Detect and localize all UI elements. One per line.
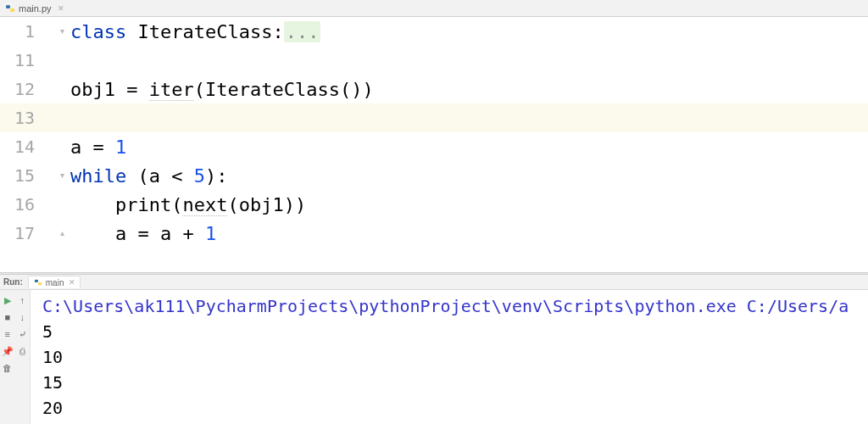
run-console[interactable]: C:\Users\ak111\PycharmProjects\pythonPro… xyxy=(31,290,868,424)
fold-collapse-icon[interactable]: ▴ xyxy=(60,229,64,237)
code-line[interactable]: 16 print(next(obj1)) xyxy=(0,190,868,219)
trash-icon[interactable]: 🗑 xyxy=(1,361,14,375)
line-number: 1 xyxy=(0,21,47,42)
layout-icon[interactable]: ≡ xyxy=(1,327,14,341)
code-line[interactable]: 13 xyxy=(0,103,868,132)
console-output-line: 15 xyxy=(42,370,861,395)
svg-rect-1 xyxy=(10,8,14,12)
down-arrow-icon[interactable]: ↓ xyxy=(15,310,29,324)
run-toolbar: ▶ ↑ ■ ↓ ≡ ⤶ 📌 ⎙ 🗑 xyxy=(0,290,31,424)
run-header: Run: main ✕ xyxy=(0,275,868,290)
line-number: 12 xyxy=(0,79,47,99)
fold-gutter[interactable]: ▾ xyxy=(55,27,69,36)
code-editor[interactable]: 1▾class IterateClass:...1112obj1 = iter(… xyxy=(0,17,868,272)
svg-rect-3 xyxy=(38,282,42,285)
line-number: 14 xyxy=(0,137,47,157)
python-run-icon xyxy=(33,277,43,287)
fold-expand-icon[interactable]: ▾ xyxy=(60,171,64,180)
line-number: 11 xyxy=(0,50,47,70)
code-line[interactable]: 12obj1 = iter(IterateClass()) xyxy=(0,75,868,103)
svg-rect-0 xyxy=(6,5,10,8)
line-number: 13 xyxy=(0,108,47,128)
run-tab-main[interactable]: main ✕ xyxy=(28,276,81,288)
code-text[interactable]: while (a < 5): xyxy=(69,165,227,187)
console-output-line: 5 xyxy=(42,319,861,344)
stop-icon[interactable]: ■ xyxy=(1,310,14,324)
editor-tab-label: main.py xyxy=(19,3,52,14)
line-number: 16 xyxy=(0,194,47,215)
wrap-icon[interactable]: ⤶ xyxy=(15,327,29,341)
console-command: C:\Users\ak111\PycharmProjects\pythonPro… xyxy=(42,293,861,319)
fold-expand-icon[interactable]: ▾ xyxy=(60,27,64,36)
run-tab-label: main xyxy=(46,278,64,287)
console-output-line: 20 xyxy=(42,395,861,421)
close-icon[interactable]: ✕ xyxy=(66,278,75,287)
code-line[interactable]: 15▾while (a < 5): xyxy=(0,161,868,190)
rerun-icon[interactable]: ▶ xyxy=(1,293,14,307)
code-text[interactable]: a = a + 1 xyxy=(69,223,216,244)
pin-icon[interactable]: 📌 xyxy=(1,344,14,358)
line-number: 17 xyxy=(0,223,47,243)
run-panel-label: Run: xyxy=(3,277,23,287)
code-line[interactable]: 14a = 1 xyxy=(0,132,868,161)
close-icon[interactable]: ✕ xyxy=(55,4,64,13)
editor-tab-bar: main.py ✕ xyxy=(0,0,868,17)
code-text[interactable]: obj1 = iter(IterateClass()) xyxy=(69,79,374,100)
python-file-icon xyxy=(5,3,15,14)
fold-gutter[interactable]: ▴ xyxy=(55,229,69,237)
code-line[interactable]: 17▴ a = a + 1 xyxy=(0,219,868,248)
code-line[interactable]: 11 xyxy=(0,46,868,75)
up-arrow-icon[interactable]: ↑ xyxy=(15,293,29,307)
code-text[interactable]: a = 1 xyxy=(69,137,126,158)
fold-gutter[interactable]: ▾ xyxy=(55,171,69,180)
code-text[interactable]: print(next(obj1)) xyxy=(69,194,306,215)
print-icon[interactable]: ⎙ xyxy=(15,344,29,358)
editor-tab-main[interactable]: main.py ✕ xyxy=(0,0,70,16)
line-number: 15 xyxy=(0,165,47,186)
run-tool-window: Run: main ✕ ▶ ↑ ■ ↓ ≡ ⤶ xyxy=(0,275,868,424)
code-line[interactable]: 1▾class IterateClass:... xyxy=(0,17,868,46)
code-text[interactable]: class IterateClass:... xyxy=(69,21,320,42)
console-output-line: 10 xyxy=(42,344,861,370)
svg-rect-2 xyxy=(35,280,38,282)
